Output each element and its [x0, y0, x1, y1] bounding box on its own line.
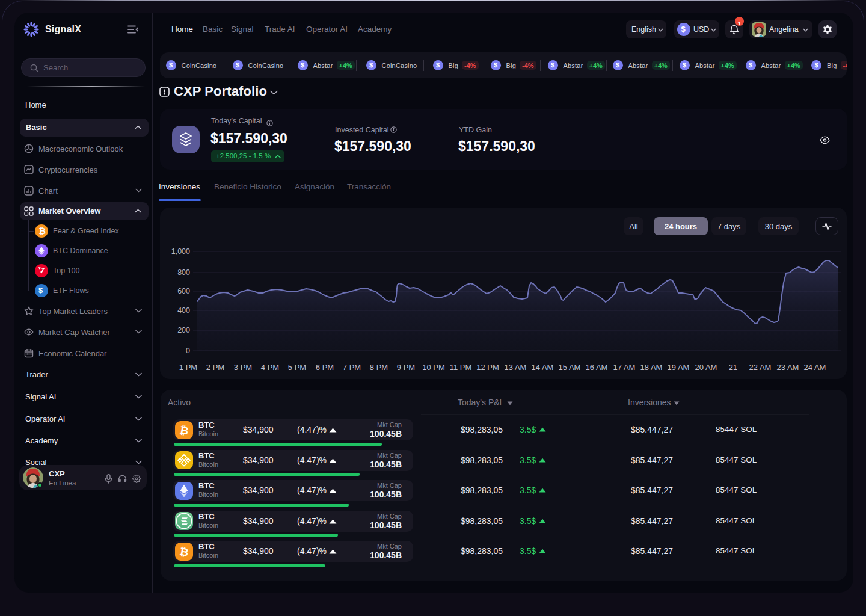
svg-text:15 AM: 15 AM: [559, 363, 581, 372]
svg-text:2 PM: 2 PM: [206, 363, 224, 372]
svg-text:16 AM: 16 AM: [586, 363, 608, 372]
svg-text:13 AM: 13 AM: [505, 363, 527, 372]
svg-text:3 PM: 3 PM: [234, 363, 252, 372]
svg-text:9 PM: 9 PM: [397, 363, 415, 372]
svg-text:8 PM: 8 PM: [370, 363, 388, 372]
svg-text:0: 0: [186, 346, 190, 355]
svg-text:18 AM: 18 AM: [640, 363, 663, 372]
svg-text:7 PM: 7 PM: [343, 363, 361, 372]
svg-text:800: 800: [177, 268, 190, 277]
svg-text:400: 400: [177, 306, 190, 315]
svg-text:22 AM: 22 AM: [749, 363, 772, 372]
svg-text:11 PM: 11 PM: [450, 363, 472, 372]
svg-text:10 PM: 10 PM: [422, 363, 445, 372]
svg-text:20 AM: 20 AM: [695, 363, 717, 372]
svg-text:24 AM: 24 AM: [804, 363, 826, 372]
svg-text:12 PM: 12 PM: [476, 363, 499, 372]
svg-text:14 AM: 14 AM: [532, 363, 554, 372]
svg-text:19 AM: 19 AM: [668, 363, 690, 372]
svg-text:1,000: 1,000: [171, 247, 190, 256]
svg-text:6 PM: 6 PM: [316, 363, 334, 372]
svg-text:600: 600: [177, 287, 190, 295]
svg-text:23 AM: 23 AM: [777, 363, 799, 372]
svg-text:1 PM: 1 PM: [179, 363, 197, 372]
svg-text:5 PM: 5 PM: [288, 363, 306, 372]
svg-text:4 PM: 4 PM: [261, 363, 279, 372]
svg-text:17 AM: 17 AM: [613, 363, 636, 372]
svg-text:200: 200: [177, 326, 190, 334]
svg-text:21: 21: [729, 363, 737, 372]
